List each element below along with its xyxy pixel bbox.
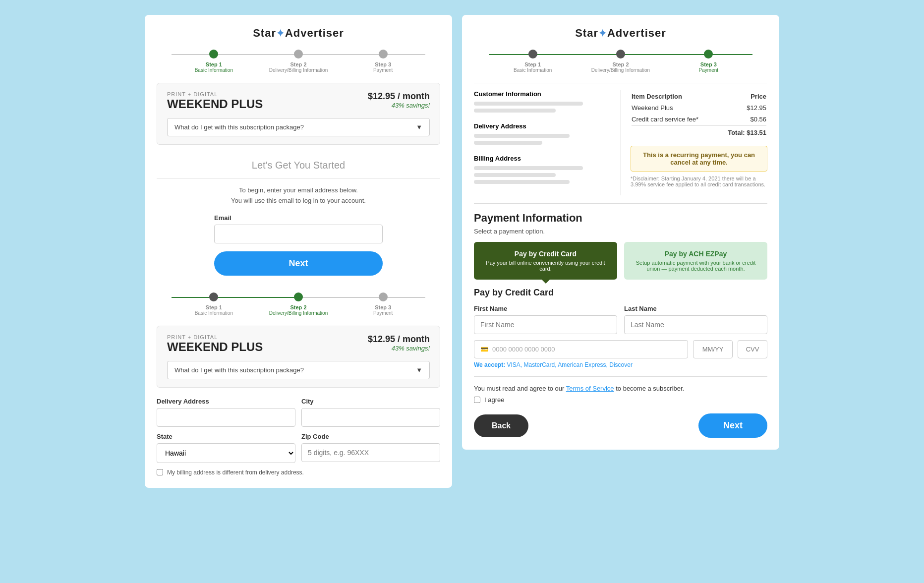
step3-circle2 xyxy=(616,50,625,58)
step1-item3: Step 3 Payment xyxy=(341,50,425,73)
step3-label2: Step 2 xyxy=(612,61,629,67)
step2-label1: Step 1 xyxy=(206,304,222,310)
sub-header: PRINT + DIGITAL WEEKEND PLUS $12.95 / mo… xyxy=(167,91,430,113)
step2-sub-dropdown[interactable]: What do I get with this subscription pac… xyxy=(167,361,430,379)
first-name-label: First Name xyxy=(474,305,617,312)
order-summary-row: Customer Information Delivery Address Bi… xyxy=(474,83,767,195)
sub-info-left: PRINT + DIGITAL WEEKEND PLUS xyxy=(167,91,263,113)
tos-row: You must read and agree to our Terms of … xyxy=(474,385,767,392)
weekend-plus-price: $12.95 xyxy=(736,103,766,113)
ci-ph1 xyxy=(474,102,583,106)
recurring-banner: This is a recurring payment, you can can… xyxy=(631,146,767,172)
step2-label3: Step 3 xyxy=(375,304,391,310)
delivery-label: Delivery Address xyxy=(157,398,295,405)
we-accept-label: We accept: xyxy=(474,361,505,368)
tos-text: You must read and agree to our xyxy=(474,385,564,392)
chevron-down-icon: ▼ xyxy=(416,123,422,131)
step3-circle3 xyxy=(704,50,713,58)
sub-savings1: 43% savings! xyxy=(368,102,430,109)
tos-link[interactable]: Terms of Service xyxy=(566,385,614,392)
card-number-field[interactable]: 💳 0000 0000 0000 0000 xyxy=(474,340,688,358)
last-name-input[interactable] xyxy=(624,315,767,334)
step1-circle3 xyxy=(379,50,388,58)
back-button[interactable]: Back xyxy=(474,414,528,437)
first-name-group: First Name xyxy=(474,305,617,334)
state-label: State xyxy=(157,433,295,440)
email-input[interactable] xyxy=(214,225,383,243)
right-next-button[interactable]: Next xyxy=(698,413,767,438)
form-title1: Let's Get You Started xyxy=(157,160,440,171)
pay-credit-button[interactable]: Pay by Credit Card Pay your bill online … xyxy=(474,242,617,280)
email-group: Email xyxy=(214,214,383,243)
step1-sub-box: PRINT + DIGITAL WEEKEND PLUS $12.95 / mo… xyxy=(157,83,440,145)
left-panel: Star✦Advertiser Step 1 Basic Information… xyxy=(145,15,452,488)
step1-circle1 xyxy=(209,50,218,58)
step1-progress: Step 1 Basic Information Step 2 Delivery… xyxy=(157,50,440,73)
logo-left: Star✦Advertiser xyxy=(157,27,440,40)
billing-checkbox[interactable] xyxy=(157,469,163,475)
spacer xyxy=(157,281,440,292)
step2-item2: Step 2 Delivery/Billing Information xyxy=(256,292,341,316)
delivery-input[interactable] xyxy=(157,408,295,427)
summary-header-row: Item Description Price xyxy=(632,91,766,102)
first-name-input[interactable] xyxy=(474,315,617,334)
item-desc-header: Item Description xyxy=(632,91,735,102)
logo-star-left: ✦ xyxy=(276,28,285,39)
step1-next-button[interactable]: Next xyxy=(214,251,383,276)
step3-sub1: Basic Information xyxy=(514,67,552,73)
step2-progress: Step 1 Basic Information Step 2 Delivery… xyxy=(157,292,440,316)
payment-divider xyxy=(474,203,767,204)
agree-checkbox[interactable] xyxy=(474,397,480,403)
agree-label: I agree xyxy=(484,396,504,404)
step1-sub1: Basic Information xyxy=(195,67,233,73)
disclaimer-text: *Disclaimer: Starting January 4, 2021 th… xyxy=(631,175,767,187)
payment-subtitle: Select a payment option. xyxy=(474,228,767,235)
step2-label2: Step 2 xyxy=(290,304,307,310)
pay-ach-button[interactable]: Pay by ACH EZPay Setup automatic payment… xyxy=(624,242,767,280)
zip-input[interactable] xyxy=(301,443,440,462)
agree-row: I agree xyxy=(474,396,767,404)
credit-card-form: Pay by Credit Card First Name Last Name … xyxy=(474,288,767,438)
step1-circle2 xyxy=(294,50,303,58)
step2-sub-header: PRINT + DIGITAL WEEKEND PLUS $12.95 / mo… xyxy=(167,334,430,356)
city-label: City xyxy=(301,398,440,405)
form-divider1 xyxy=(157,178,440,178)
sub-name1: WEEKEND PLUS xyxy=(167,97,263,111)
tos-divider xyxy=(474,376,767,377)
payment-title: Payment Information xyxy=(474,212,767,225)
total-label: Total: $13.51 xyxy=(632,125,766,138)
name-row: First Name Last Name xyxy=(474,305,767,334)
customer-info-title: Customer Information xyxy=(474,90,610,98)
customer-info-col: Customer Information Delivery Address Bi… xyxy=(474,90,621,195)
cvv-input[interactable] xyxy=(738,340,767,358)
right-panel: Star✦Advertiser Step 1 Basic Information… xyxy=(462,15,779,450)
email-label: Email xyxy=(214,214,383,222)
step1-form: Let's Get You Started To begin, enter yo… xyxy=(157,155,440,281)
price-header: Price xyxy=(736,91,766,102)
ci-ph2 xyxy=(474,109,556,113)
item-desc-col: Item Description Price Weekend Plus $12.… xyxy=(621,90,767,195)
sub-dropdown1[interactable]: What do I get with this subscription pac… xyxy=(167,118,430,136)
sub-price1: $12.95 / month xyxy=(368,91,430,102)
ci-gap2 xyxy=(474,148,610,155)
city-input[interactable] xyxy=(301,408,440,427)
state-select[interactable]: Hawaii xyxy=(157,443,295,463)
ci-ph4 xyxy=(474,141,542,145)
step1-item1: Step 1 Basic Information xyxy=(172,50,256,73)
expiry-input[interactable] xyxy=(693,340,733,358)
sub-price-right: $12.95 / month 43% savings! xyxy=(368,91,430,109)
form-desc1: To begin, enter your email address below… xyxy=(157,185,440,206)
step2-sub-price: $12.95 / month xyxy=(368,334,430,345)
logo-right: Star✦Advertiser xyxy=(474,27,767,40)
summary-table: Item Description Price Weekend Plus $12.… xyxy=(631,90,767,139)
weekend-plus-row: Weekend Plus $12.95 xyxy=(632,103,766,113)
ci-ph3 xyxy=(474,134,570,138)
ci-ph7 xyxy=(474,180,570,184)
step1-label2: Step 2 xyxy=(290,61,307,67)
step2-sub-info: PRINT + DIGITAL WEEKEND PLUS xyxy=(167,334,263,356)
step2-sub-savings: 43% savings! xyxy=(368,345,430,352)
step1-label3: Step 3 xyxy=(375,61,391,67)
accepted-cards-list: VISA, MasterCard, American Express, Disc… xyxy=(507,361,632,368)
step1-section: Step 1 Basic Information Step 2 Delivery… xyxy=(157,50,440,281)
weekend-plus-label: Weekend Plus xyxy=(632,103,735,113)
